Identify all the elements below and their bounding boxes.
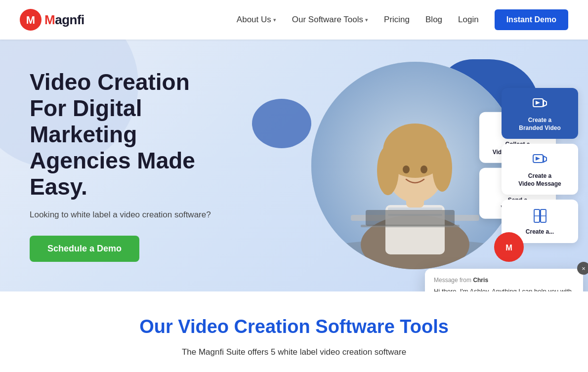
feature-card-branded-video: Create aBranded Video: [502, 88, 578, 139]
schedule-demo-button[interactable]: Schedule a Demo: [30, 236, 139, 262]
svg-text:M: M: [26, 14, 35, 26]
nav-links: About Us ▾ Our Software Tools ▾ Pricing …: [237, 9, 568, 30]
feature-cards-right: Create aBranded Video Create aVideo Mess…: [502, 88, 578, 243]
svg-rect-17: [366, 210, 455, 226]
chat-widget: × Message from Chris Hi there, I'm Ashle…: [425, 269, 583, 291]
nav-about-us[interactable]: About Us ▾: [237, 15, 276, 25]
video-message-label: Create aVideo Message: [518, 172, 561, 188]
magnfi-logo-icon: M: [20, 9, 42, 31]
more-label: Create a...: [526, 228, 554, 236]
video-message-icon: [531, 151, 549, 169]
svg-point-12: [403, 165, 410, 173]
svg-marker-25: [536, 101, 540, 105]
navbar: M Magnfi About Us ▾ Our Software Tools ▾…: [0, 0, 588, 40]
svg-text:M: M: [505, 243, 512, 252]
chat-from-label: Message from Chris: [434, 277, 574, 284]
magnfi-badge-icon: M: [500, 238, 518, 256]
chat-from-name: Chris: [473, 277, 488, 284]
chat-message-text: Hi there, I'm Ashley. Anything I can hel…: [434, 287, 574, 291]
bottom-section: Our Video Creation Software Tools The Ma…: [0, 291, 588, 372]
blue-blob-mid-left: [252, 99, 311, 148]
magnfi-circle-badge: M: [494, 232, 524, 262]
chevron-down-icon: ▾: [273, 17, 276, 23]
bottom-title: Our Video Creation Software Tools: [30, 316, 558, 337]
nav-pricing[interactable]: Pricing: [384, 15, 410, 25]
chat-close-button[interactable]: ×: [577, 262, 588, 275]
nav-blog[interactable]: Blog: [425, 15, 442, 25]
chat-bubble: × Message from Chris Hi there, I'm Ashle…: [425, 269, 583, 291]
svg-point-11: [432, 144, 452, 192]
bottom-subtitle: The Magnfi Suite offers 5 white label vi…: [126, 345, 462, 359]
book-icon: [531, 207, 549, 225]
svg-marker-26: [544, 100, 546, 106]
branded-video-label: Create aBranded Video: [519, 117, 560, 132]
hero-subtitle: Looking to white label a video creation …: [30, 210, 227, 220]
chevron-down-icon: ▾: [365, 17, 368, 23]
logo[interactable]: M Magnfi: [20, 9, 84, 31]
svg-marker-29: [544, 156, 546, 162]
instant-demo-button[interactable]: Instant Demo: [495, 9, 568, 30]
hero-title: Video Creation For Digital Marketing Age…: [30, 69, 227, 200]
svg-marker-28: [536, 157, 540, 161]
hero-image-area: M Collect aVideo Testimonial: [252, 40, 588, 291]
branded-video-icon: [531, 95, 549, 114]
nav-software-tools[interactable]: Our Software Tools ▾: [292, 15, 368, 25]
svg-point-10: [377, 146, 399, 195]
feature-card-video-message: Create aVideo Message: [502, 144, 578, 195]
nav-login[interactable]: Login: [458, 15, 479, 25]
brand-name: Magnfi: [44, 12, 84, 28]
hero-content: Video Creation For Digital Marketing Age…: [0, 40, 257, 291]
hero-section: Video Creation For Digital Marketing Age…: [0, 40, 588, 291]
svg-point-13: [420, 165, 427, 173]
